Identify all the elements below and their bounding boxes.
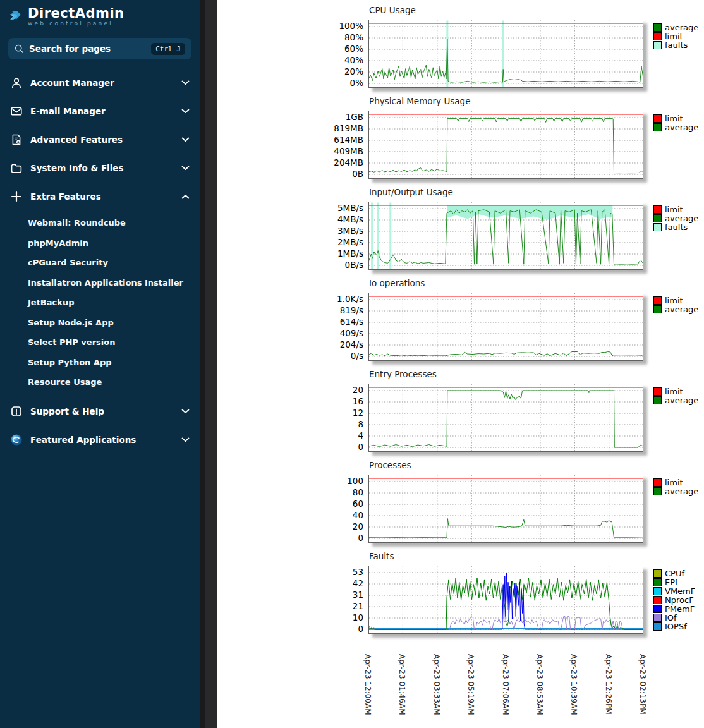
y-tick-label: 819/s	[340, 306, 363, 315]
submenu-item-webmail-roundcube[interactable]: Webmail: Roundcube	[0, 213, 200, 233]
legend-swatch	[653, 223, 662, 231]
legend-item: limit	[653, 478, 698, 487]
chart-title-entry: Entry Processes	[369, 369, 704, 384]
y-tick-label: 0/s	[351, 351, 363, 360]
legend-swatch	[653, 32, 662, 40]
sidebar-item-account-manager[interactable]: Account Manager	[0, 68, 200, 97]
legend-label: faults	[665, 223, 688, 231]
alert-icon	[10, 405, 23, 418]
resource-usage-panel: CPU Usage100%80%60%40%20%0%averagelimitf…	[217, 0, 704, 728]
legend-label: NprocF	[665, 596, 694, 604]
legend-item: EPf	[653, 578, 695, 586]
legend-item: limit	[653, 205, 698, 214]
sidebar-edge-divider	[200, 0, 205, 728]
legend-swatch	[653, 114, 662, 123]
chart-block-mem: Physical Memory Usage1GB819MB614MB409MB2…	[217, 96, 704, 187]
directadmin-logo[interactable]: DirectAdmin web control panel	[0, 0, 200, 27]
legend-swatch	[653, 296, 662, 305]
y-tick-label: 204/s	[340, 340, 363, 349]
y-tick-label: 3MB/s	[337, 226, 363, 235]
x-tick-label: Apr-23 08:53AM	[535, 654, 544, 715]
legend-swatch	[653, 578, 662, 586]
search-shortcut-badge: Ctrl J	[151, 43, 185, 55]
legend-label: VMemF	[665, 587, 695, 595]
folder-icon	[10, 162, 23, 174]
chart-legend-faults: CPUfEPfVMemFNprocFPMemFIOfIOPSf	[653, 569, 695, 631]
search-input[interactable]: Search for pages Ctrl J	[8, 38, 191, 59]
legend-swatch	[653, 622, 662, 631]
submenu-item-setup-node-js-app[interactable]: Setup Node.js App	[0, 313, 200, 333]
legend-label: average	[665, 23, 698, 32]
submenu-extra-features: Webmail: RoundcubephpMyAdmincPGuard Secu…	[0, 210, 200, 397]
legend-swatch	[653, 214, 662, 222]
sidebar-item-label: Account Manager	[30, 78, 181, 88]
chart-block-cpu: CPU Usage100%80%60%40%20%0%averagelimitf…	[217, 5, 704, 96]
y-tick-label: 40%	[344, 56, 363, 64]
submenu-item-setup-python-app[interactable]: Setup Python App	[0, 353, 200, 373]
y-tick-label: 10	[353, 613, 363, 622]
chart-legend-mem: limitaverage	[653, 114, 698, 131]
chart-block-proc: Processes100806040200limitaverage	[217, 460, 704, 551]
chart-block-faults: Faults53423121100CPUfEPfVMemFNprocFPMemF…	[217, 551, 704, 642]
legend-item: average	[653, 123, 698, 131]
legend-item: IOf	[653, 613, 695, 622]
y-tick-label: 100	[347, 476, 363, 485]
sidebar-item-label: Extra Features	[30, 191, 181, 202]
chart-canvas-faults	[368, 566, 643, 634]
sidebar: DirectAdmin web control panel Search for…	[0, 0, 200, 728]
sidebar-item-featured-applications[interactable]: Featured Applications	[0, 426, 200, 454]
plus-icon	[10, 190, 23, 203]
submenu-item-select-php-version[interactable]: Select PHP version	[0, 332, 200, 353]
legend-swatch	[653, 487, 662, 495]
submenu-item-installatron-applications-installer[interactable]: Installatron Applications Installer	[0, 273, 200, 293]
legend-swatch	[653, 587, 662, 595]
legend-item: average	[653, 305, 698, 313]
sidebar-item-support-help[interactable]: Support & Help	[0, 397, 200, 426]
scrollbar-track[interactable]	[205, 0, 217, 728]
chart-title-mem: Physical Memory Usage	[369, 96, 704, 111]
app-subtitle: web control panel	[28, 20, 124, 27]
legend-label: average	[665, 123, 698, 131]
y-tick-label: 40	[353, 511, 363, 519]
legend-label: IOf	[665, 614, 677, 622]
y-tick-label: 20	[353, 522, 363, 531]
sidebar-item-extra-features[interactable]: Extra Features	[0, 182, 200, 210]
legend-label: limit	[665, 387, 683, 396]
chart-canvas-proc	[368, 475, 643, 543]
legend-label: PMemF	[665, 605, 695, 613]
chevron-down-icon	[181, 109, 190, 114]
y-axis-labels: 1.0K/s819/s614/s409/s204/s0/s	[217, 293, 368, 361]
sidebar-item-e-mail-manager[interactable]: E-mail Manager	[0, 97, 200, 125]
sidebar-item-system-info-files[interactable]: System Info & Files	[0, 154, 200, 182]
x-axis-labels: Apr-23 12:00AMApr-23 01:46AMApr-23 03:33…	[368, 654, 704, 724]
y-tick-label: 31	[353, 590, 363, 599]
chart-legend-proc: limitaverage	[653, 478, 698, 495]
y-tick-label: 0B/s	[345, 260, 363, 269]
chevron-down-icon	[181, 137, 190, 142]
directadmin-logo-icon	[9, 10, 21, 23]
y-tick-label: 1GB	[346, 112, 363, 121]
app-title: DirectAdmin	[28, 6, 124, 20]
legend-label: average	[665, 487, 698, 495]
chevron-down-icon	[181, 166, 190, 171]
submenu-item-jetbackup[interactable]: JetBackup	[0, 293, 200, 313]
chart-legend-entry: limitaverage	[653, 387, 698, 404]
legend-item: NprocF	[653, 595, 695, 604]
y-tick-label: 42	[353, 579, 363, 588]
chart-canvas-entry	[368, 384, 643, 452]
chart-legend-cpu: averagelimitfaults	[653, 23, 698, 49]
legend-label: limit	[665, 32, 683, 40]
submenu-item-phpmyadmin[interactable]: phpMyAdmin	[0, 233, 200, 253]
chart-title-proc: Processes	[369, 460, 704, 475]
sidebar-nav: Account ManagerE-mail ManagerAdvanced Fe…	[0, 68, 200, 454]
y-tick-label: 5MB/s	[337, 203, 363, 212]
legend-item: VMemF	[653, 586, 695, 595]
sidebar-item-advanced-features[interactable]: Advanced Features	[0, 125, 200, 154]
chart-canvas-io	[368, 202, 643, 270]
chart-plot-proc	[368, 475, 643, 543]
submenu-item-cpguard-security[interactable]: cPGuard Security	[0, 253, 200, 273]
submenu-item-resource-usage[interactable]: Resource Usage	[0, 372, 200, 392]
search-placeholder: Search for pages	[29, 44, 151, 54]
chart-canvas-cpu	[368, 20, 643, 88]
chevron-up-icon	[181, 194, 190, 199]
